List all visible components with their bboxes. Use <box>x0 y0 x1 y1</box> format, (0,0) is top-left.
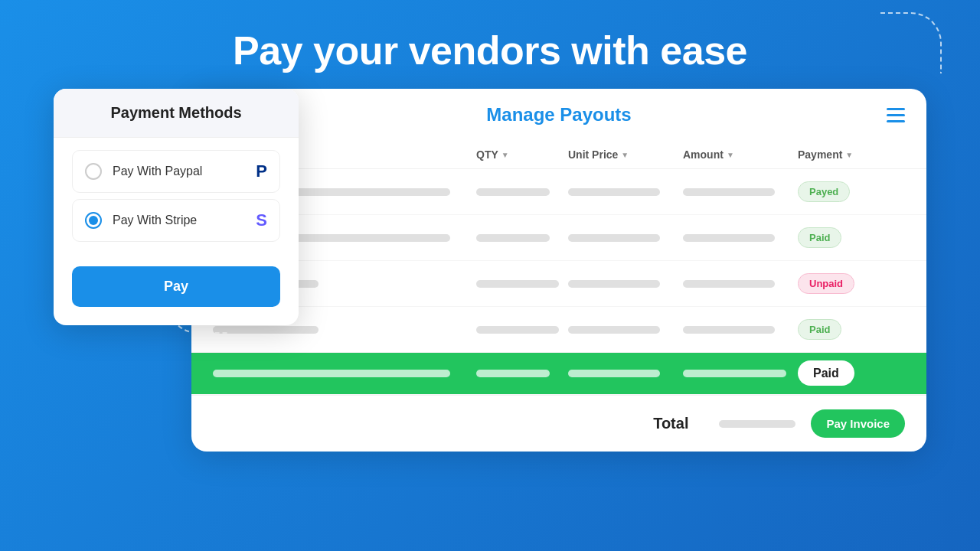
cell-unit-1 <box>568 188 683 196</box>
payment-options-list: Pay With Paypal P Pay With Stripe S <box>54 138 299 254</box>
payouts-title: Manage Payouts <box>486 104 631 126</box>
table-row: Unpaid <box>191 261 926 307</box>
cell-unit-5 <box>568 370 683 377</box>
cell-unit-4 <box>568 326 683 334</box>
highlighted-row: Paid <box>191 353 926 395</box>
stripe-icon: S <box>256 210 267 230</box>
paypal-label: Pay With Paypal <box>113 165 256 178</box>
total-row: Total Pay Invoice <box>191 395 926 452</box>
col-header-unit-price[interactable]: Unit Price ▼ <box>568 148 683 161</box>
col-header-amount[interactable]: Amount ▼ <box>683 148 798 161</box>
cell-qty-4 <box>476 326 568 334</box>
cell-status-4: Paid <box>798 319 905 340</box>
hamburger-line-2 <box>887 114 905 116</box>
hamburger-line-3 <box>887 120 905 122</box>
cell-amount-2 <box>683 234 798 242</box>
payouts-header: Manage Payouts <box>191 89 926 141</box>
payment-methods-header: Payment Methods <box>54 89 299 138</box>
table-row: Paid <box>191 307 926 353</box>
cell-amount-1 <box>683 188 798 196</box>
cell-unit2-3 <box>683 280 798 288</box>
col-qty-label: QTY <box>476 148 498 161</box>
payment-methods-title: Payment Methods <box>72 104 280 122</box>
col-unit-price-label: Unit Price <box>568 148 618 161</box>
table-header: ▼ QTY ▼ Unit Price ▼ Amount ▼ Payment ▼ <box>191 141 926 169</box>
table-row: Paid <box>191 215 926 261</box>
dashed-connector-right <box>880 12 942 73</box>
col-header-qty[interactable]: QTY ▼ <box>476 148 568 161</box>
col-unit-price-arrow: ▼ <box>621 151 629 159</box>
total-label: Total <box>653 415 688 432</box>
table-row: Payed <box>191 169 926 215</box>
payment-methods-card: Payment Methods Pay With Paypal P Pay Wi… <box>54 89 299 325</box>
stripe-label: Pay With Stripe <box>113 214 256 227</box>
col-qty-arrow: ▼ <box>501 151 509 159</box>
cell-status-5: Paid <box>798 367 905 380</box>
col-amount-arrow: ▼ <box>727 151 734 159</box>
status-badge-paid-2: Paid <box>798 319 841 340</box>
status-badge-paid-white: Paid <box>798 360 854 386</box>
status-badge-paid: Paid <box>798 227 841 248</box>
cell-unit-2 <box>568 234 683 242</box>
pay-invoice-button[interactable]: Pay Invoice <box>811 409 905 438</box>
col-payment-label: Payment <box>798 148 842 161</box>
paypal-radio[interactable] <box>85 163 102 180</box>
col-payment-arrow: ▼ <box>845 151 853 159</box>
stripe-option[interactable]: Pay With Stripe S <box>72 199 280 242</box>
cell-status-2: Paid <box>798 227 905 248</box>
hamburger-icon[interactable] <box>887 108 905 122</box>
col-header-payment[interactable]: Payment ▼ <box>798 148 905 161</box>
cell-unit-3 <box>568 280 683 288</box>
cell-status-1: Payed <box>798 181 905 202</box>
cell-name-5 <box>213 370 476 377</box>
paypal-option[interactable]: Pay With Paypal P <box>72 150 280 193</box>
cell-amount-4 <box>683 326 798 334</box>
cell-qty-3 <box>476 280 568 288</box>
cell-qty-2 <box>476 234 568 242</box>
cell-status-3: Unpaid <box>798 273 905 294</box>
page-title: Pay your vendors with ease <box>0 0 980 96</box>
cell-name-4 <box>213 326 476 334</box>
total-amount-skeleton <box>719 420 795 428</box>
status-badge-unpaid: Unpaid <box>798 273 854 294</box>
stripe-radio[interactable] <box>85 212 102 229</box>
status-badge-payed: Payed <box>798 181 850 202</box>
col-amount-label: Amount <box>683 148 724 161</box>
payouts-card: Manage Payouts ▼ QTY ▼ Unit Price ▼ <box>191 89 926 452</box>
hamburger-line-1 <box>887 108 905 110</box>
paypal-icon: P <box>256 161 267 181</box>
cell-amount-5 <box>683 370 798 377</box>
cell-qty-1 <box>476 188 568 196</box>
pay-button[interactable]: Pay <box>72 266 280 307</box>
cell-qty-5 <box>476 370 568 377</box>
